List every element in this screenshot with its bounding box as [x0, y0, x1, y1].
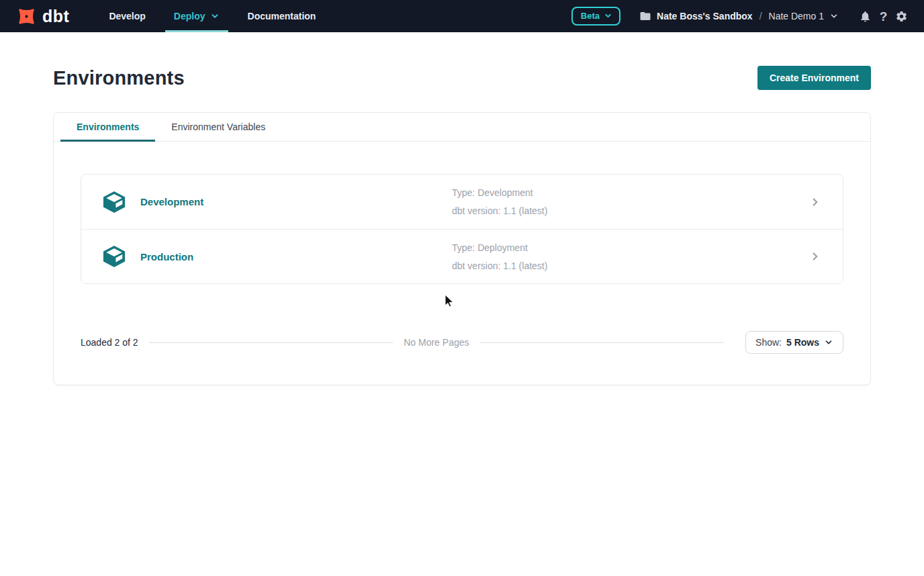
environment-version: dbt version: 1.1 (latest): [452, 206, 809, 215]
tab-environment-variables[interactable]: Environment Variables: [155, 113, 281, 142]
card-body: Development Type: Development dbt versio…: [54, 142, 870, 385]
breadcrumb-separator: /: [759, 11, 762, 21]
dbt-logo-text: dbt: [42, 8, 69, 25]
nav-item-documentation[interactable]: Documentation: [234, 0, 330, 32]
divider-line: [149, 342, 394, 343]
environment-type: Type: Development: [452, 188, 809, 197]
environment-row-development[interactable]: Development Type: Development dbt versio…: [81, 175, 843, 229]
page-title: Environments: [53, 67, 185, 89]
environment-row-production[interactable]: Production Type: Deployment dbt version:…: [81, 229, 843, 283]
help-button[interactable]: ?: [874, 6, 892, 26]
notifications-button[interactable]: [856, 6, 874, 26]
divider-line: [480, 342, 725, 343]
settings-button[interactable]: [892, 6, 911, 26]
environment-version: dbt version: 1.1 (latest): [452, 261, 809, 271]
gear-icon: [895, 10, 908, 23]
environment-cube-icon: [101, 191, 127, 213]
dbt-logo[interactable]: dbt: [16, 6, 69, 27]
no-more-pages-label: No More Pages: [404, 337, 469, 348]
nav-item-develop[interactable]: Develop: [95, 0, 159, 32]
environment-list: Development Type: Development dbt versio…: [81, 174, 843, 284]
account-name: Nate Boss's Sandbox: [657, 11, 753, 21]
pagination-footer: Loaded 2 of 2 No More Pages Show: 5 Rows: [81, 331, 843, 354]
environment-link[interactable]: Production: [140, 251, 193, 262]
loaded-count: Loaded 2 of 2: [81, 337, 138, 348]
environment-type: Type: Deployment: [452, 243, 809, 252]
question-mark-icon: ?: [880, 10, 888, 23]
chevron-right-icon: [809, 250, 821, 262]
chevron-down-icon: [210, 11, 220, 21]
environments-card: Environments Environment Variables Devel…: [53, 112, 871, 385]
create-environment-button[interactable]: Create Environment: [757, 66, 871, 90]
folder-icon: [639, 10, 651, 22]
top-navbar: dbt Develop Deploy Documentation Beta Na…: [0, 0, 924, 32]
main-nav: Develop Deploy Documentation: [95, 0, 330, 32]
beta-dropdown-button[interactable]: Beta: [571, 7, 620, 26]
dbt-logo-icon: [12, 1, 42, 31]
tab-bar: Environments Environment Variables: [54, 113, 870, 142]
project-name: Nate Demo 1: [769, 11, 824, 21]
page-header: Environments Create Environment: [53, 66, 871, 90]
project-switcher[interactable]: Nate Boss's Sandbox / Nate Demo 1: [639, 10, 839, 22]
chevron-down-icon: [829, 11, 839, 21]
chevron-down-icon: [604, 11, 612, 20]
chevron-right-icon: [809, 196, 821, 208]
environment-cube-icon: [101, 245, 127, 268]
rows-per-page-dropdown[interactable]: Show: 5 Rows: [745, 331, 843, 354]
environment-link[interactable]: Development: [140, 196, 203, 207]
tab-environments[interactable]: Environments: [60, 113, 155, 142]
nav-item-deploy[interactable]: Deploy: [160, 0, 234, 32]
bell-icon: [859, 10, 872, 23]
navbar-right: Beta Nate Boss's Sandbox / Nate Demo 1 ?: [571, 6, 911, 26]
chevron-down-icon: [824, 338, 833, 347]
main-content: Environments Create Environment Environm…: [0, 66, 924, 385]
